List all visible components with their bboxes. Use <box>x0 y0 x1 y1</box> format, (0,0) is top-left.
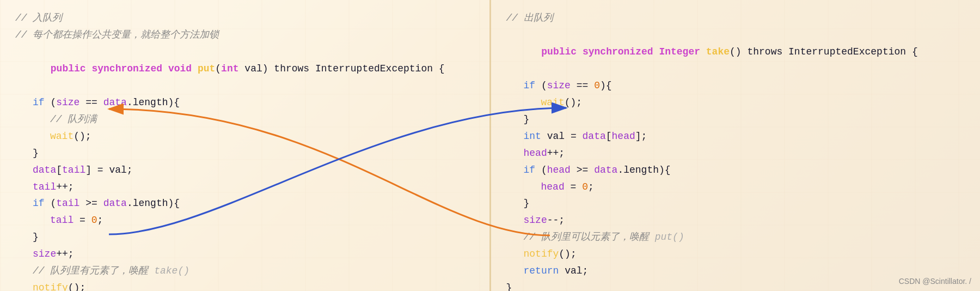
right-wait-line: wait(); <box>506 94 965 111</box>
r-method-params: () <box>730 46 747 57</box>
left-code-panel: // 入队列 // 每个都在操作公共变量，就给整个方法加锁 public syn… <box>0 0 491 291</box>
param-name: val) <box>244 63 274 74</box>
r-exception-name: InterruptedException { <box>788 46 918 57</box>
right-line-7: head = 0; <box>506 179 965 196</box>
main-container: // 入队列 // 每个都在操作公共变量，就给整个方法加锁 public syn… <box>0 0 980 291</box>
right-line-4: int val = data[head]; <box>506 128 965 145</box>
left-line-11: // 队列里有元素了，唤醒 take() <box>15 263 474 280</box>
r-sync-keyword: synchronized <box>583 46 659 57</box>
void-keyword: void <box>168 63 198 74</box>
right-line-6: if (head >= data.length){ <box>506 162 965 179</box>
right-signature: public synchronized Integer take() throw… <box>506 27 965 77</box>
right-line-10: // 队列里可以元素了，唤醒 put() <box>506 229 965 246</box>
right-line-8: } <box>506 195 965 212</box>
method-params: ( <box>215 63 221 74</box>
exception-name: InterruptedException { <box>315 63 445 74</box>
right-closing-brace: } <box>506 280 965 291</box>
left-line-2: // 队列满 <box>15 111 474 128</box>
right-line-12: return val; <box>506 263 965 280</box>
watermark: CSDN @Scintillator. / <box>899 277 971 286</box>
left-line-9: } <box>15 229 474 246</box>
public-keyword: public <box>51 63 92 74</box>
r-integer-keyword: Integer <box>659 46 706 57</box>
left-line-8: tail = 0; <box>15 212 474 229</box>
throws-kw: throws <box>274 63 315 74</box>
method-name: put <box>198 63 215 74</box>
left-subtitle-comment: // 每个都在操作公共变量，就给整个方法加锁 <box>15 27 474 44</box>
left-notify-line: notify(); <box>15 280 474 291</box>
left-line-1: if (size == data.length){ <box>15 94 474 111</box>
r-method-name: take <box>706 46 730 57</box>
left-line-6: tail++; <box>15 179 474 196</box>
right-notify-line: notify(); <box>506 246 965 263</box>
sync-keyword: synchronized <box>91 63 168 74</box>
left-title-comment: // 入队列 <box>15 10 474 27</box>
r-public-keyword: public <box>541 46 583 57</box>
right-line-1: if (size == 0){ <box>506 77 965 94</box>
right-line-9: size--; <box>506 212 965 229</box>
left-line-10: size++; <box>15 246 474 263</box>
right-line-5: head++; <box>506 145 965 162</box>
left-line-5: data[tail] = val; <box>15 162 474 179</box>
left-signature: public synchronized void put(int val) th… <box>15 44 474 94</box>
right-line-3: } <box>506 111 965 128</box>
int-keyword: int <box>221 63 244 74</box>
right-code-panel: // 出队列 public synchronized Integer take(… <box>491 0 981 291</box>
left-wait-line: wait(); <box>15 128 474 145</box>
left-line-4: } <box>15 145 474 162</box>
r-throws-kw: throws <box>747 46 788 57</box>
left-line-7: if (tail >= data.length){ <box>15 195 474 212</box>
right-title-comment: // 出队列 <box>506 10 965 27</box>
